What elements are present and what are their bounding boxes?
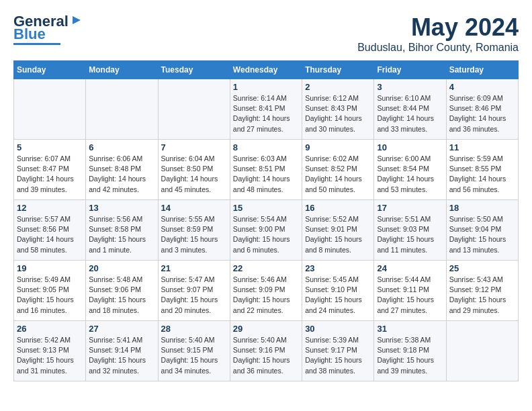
calendar-cell: 8Sunrise: 6:03 AMSunset: 8:51 PMDaylight… [230, 140, 302, 200]
calendar-week-row: 1Sunrise: 6:14 AMSunset: 8:41 PMDaylight… [14, 79, 519, 140]
day-info: Sunrise: 5:45 AMSunset: 9:10 PMDaylight:… [305, 275, 371, 316]
day-info: Sunrise: 6:07 AMSunset: 8:47 PMDaylight:… [17, 154, 83, 195]
day-info: Sunrise: 5:59 AMSunset: 8:55 PMDaylight:… [449, 154, 515, 195]
day-info: Sunrise: 6:03 AMSunset: 8:51 PMDaylight:… [233, 154, 299, 195]
day-info: Sunrise: 5:48 AMSunset: 9:06 PMDaylight:… [89, 275, 154, 316]
day-info: Sunrise: 6:00 AMSunset: 8:54 PMDaylight:… [377, 154, 443, 195]
day-number: 7 [161, 142, 227, 152]
weekday-header-wednesday: Wednesday [230, 61, 302, 79]
day-number: 22 [233, 263, 299, 273]
day-info: Sunrise: 5:57 AMSunset: 8:56 PMDaylight:… [17, 214, 83, 255]
day-number: 17 [377, 203, 443, 213]
calendar-cell: 17Sunrise: 5:51 AMSunset: 9:03 PMDayligh… [374, 200, 446, 261]
calendar-cell: 9Sunrise: 6:02 AMSunset: 8:52 PMDaylight… [302, 140, 374, 200]
calendar-cell: 16Sunrise: 5:52 AMSunset: 9:01 PMDayligh… [302, 200, 374, 261]
calendar-cell: 28Sunrise: 5:40 AMSunset: 9:15 PMDayligh… [158, 321, 230, 381]
day-info: Sunrise: 5:38 AMSunset: 9:18 PMDaylight:… [377, 335, 443, 376]
day-number: 15 [233, 203, 299, 213]
calendar-cell: 6Sunrise: 6:06 AMSunset: 8:48 PMDaylight… [86, 140, 158, 200]
day-info: Sunrise: 5:52 AMSunset: 9:01 PMDaylight:… [305, 214, 371, 255]
calendar-cell: 3Sunrise: 6:10 AMSunset: 8:44 PMDaylight… [374, 79, 446, 140]
day-number: 1 [233, 82, 299, 92]
calendar-week-row: 26Sunrise: 5:42 AMSunset: 9:13 PMDayligh… [14, 321, 519, 381]
day-info: Sunrise: 5:40 AMSunset: 9:16 PMDaylight:… [233, 335, 299, 376]
calendar-cell: 7Sunrise: 6:04 AMSunset: 8:50 PMDaylight… [158, 140, 230, 200]
day-info: Sunrise: 5:55 AMSunset: 8:59 PMDaylight:… [161, 214, 227, 255]
day-info: Sunrise: 5:50 AMSunset: 9:04 PMDaylight:… [449, 214, 515, 255]
svg-marker-0 [73, 16, 81, 24]
calendar-cell: 10Sunrise: 6:00 AMSunset: 8:54 PMDayligh… [374, 140, 446, 200]
calendar-cell: 15Sunrise: 5:54 AMSunset: 9:00 PMDayligh… [230, 200, 302, 261]
day-info: Sunrise: 6:06 AMSunset: 8:48 PMDaylight:… [89, 154, 154, 195]
day-number: 5 [17, 142, 83, 152]
calendar-cell: 30Sunrise: 5:39 AMSunset: 9:17 PMDayligh… [302, 321, 374, 381]
calendar-cell: 5Sunrise: 6:07 AMSunset: 8:47 PMDaylight… [14, 140, 86, 200]
weekday-header-saturday: Saturday [446, 61, 518, 79]
calendar-cell: 12Sunrise: 5:57 AMSunset: 8:56 PMDayligh… [14, 200, 86, 261]
day-info: Sunrise: 5:54 AMSunset: 9:00 PMDaylight:… [233, 214, 299, 255]
location-subtitle: Buduslau, Bihor County, Romania [357, 42, 519, 54]
calendar-header: SundayMondayTuesdayWednesdayThursdayFrid… [14, 61, 519, 79]
day-info: Sunrise: 6:02 AMSunset: 8:52 PMDaylight:… [305, 154, 371, 195]
calendar-cell: 4Sunrise: 6:09 AMSunset: 8:46 PMDaylight… [446, 79, 518, 140]
calendar-cell: 23Sunrise: 5:45 AMSunset: 9:10 PMDayligh… [302, 261, 374, 321]
day-info: Sunrise: 5:44 AMSunset: 9:11 PMDaylight:… [377, 275, 443, 316]
day-info: Sunrise: 6:10 AMSunset: 8:44 PMDaylight:… [377, 93, 443, 134]
day-number: 24 [377, 263, 443, 273]
day-info: Sunrise: 6:12 AMSunset: 8:43 PMDaylight:… [305, 93, 371, 134]
day-info: Sunrise: 5:43 AMSunset: 9:12 PMDaylight:… [449, 275, 515, 316]
calendar-cell: 20Sunrise: 5:48 AMSunset: 9:06 PMDayligh… [86, 261, 158, 321]
day-number: 23 [305, 263, 371, 273]
day-number: 30 [305, 324, 371, 334]
day-number: 9 [305, 142, 371, 152]
day-number: 28 [161, 324, 227, 334]
calendar-table: SundayMondayTuesdayWednesdayThursdayFrid… [13, 60, 519, 381]
day-number: 11 [449, 142, 515, 152]
calendar-week-row: 19Sunrise: 5:49 AMSunset: 9:05 PMDayligh… [14, 261, 519, 321]
day-number: 8 [233, 142, 299, 152]
calendar-week-row: 5Sunrise: 6:07 AMSunset: 8:47 PMDaylight… [14, 140, 519, 200]
day-info: Sunrise: 5:39 AMSunset: 9:17 PMDaylight:… [305, 335, 371, 376]
day-info: Sunrise: 5:41 AMSunset: 9:14 PMDaylight:… [89, 335, 154, 376]
logo-underline [13, 43, 60, 45]
day-number: 20 [89, 263, 154, 273]
weekday-header-thursday: Thursday [302, 61, 374, 79]
day-info: Sunrise: 6:09 AMSunset: 8:46 PMDaylight:… [449, 93, 515, 134]
day-info: Sunrise: 5:40 AMSunset: 9:15 PMDaylight:… [161, 335, 227, 376]
calendar-cell: 31Sunrise: 5:38 AMSunset: 9:18 PMDayligh… [374, 321, 446, 381]
calendar-cell [14, 79, 86, 140]
calendar-cell: 25Sunrise: 5:43 AMSunset: 9:12 PMDayligh… [446, 261, 518, 321]
calendar-week-row: 12Sunrise: 5:57 AMSunset: 8:56 PMDayligh… [14, 200, 519, 261]
calendar-cell [86, 79, 158, 140]
day-number: 10 [377, 142, 443, 152]
calendar-cell [446, 321, 518, 381]
calendar-cell [158, 79, 230, 140]
weekday-header-row: SundayMondayTuesdayWednesdayThursdayFrid… [14, 61, 519, 79]
day-info: Sunrise: 5:51 AMSunset: 9:03 PMDaylight:… [377, 214, 443, 255]
title-block: May 2024 Buduslau, Bihor County, Romania [357, 13, 519, 54]
calendar-cell: 18Sunrise: 5:50 AMSunset: 9:04 PMDayligh… [446, 200, 518, 261]
day-number: 29 [233, 324, 299, 334]
day-info: Sunrise: 5:56 AMSunset: 8:58 PMDaylight:… [89, 214, 154, 255]
day-number: 16 [305, 203, 371, 213]
day-number: 27 [89, 324, 154, 334]
day-number: 3 [377, 82, 443, 92]
day-info: Sunrise: 5:49 AMSunset: 9:05 PMDaylight:… [17, 275, 83, 316]
day-info: Sunrise: 5:46 AMSunset: 9:09 PMDaylight:… [233, 275, 299, 316]
calendar-cell: 19Sunrise: 5:49 AMSunset: 9:05 PMDayligh… [14, 261, 86, 321]
logo-blue-text: Blue [13, 27, 46, 42]
weekday-header-friday: Friday [374, 61, 446, 79]
calendar-cell: 13Sunrise: 5:56 AMSunset: 8:58 PMDayligh… [86, 200, 158, 261]
day-info: Sunrise: 5:47 AMSunset: 9:07 PMDaylight:… [161, 275, 227, 316]
day-number: 21 [161, 263, 227, 273]
day-number: 25 [449, 263, 515, 273]
calendar-cell: 21Sunrise: 5:47 AMSunset: 9:07 PMDayligh… [158, 261, 230, 321]
calendar-cell: 27Sunrise: 5:41 AMSunset: 9:14 PMDayligh… [86, 321, 158, 381]
day-number: 2 [305, 82, 371, 92]
page-header: General Blue May 2024 Buduslau, Bihor Co… [13, 13, 519, 54]
day-info: Sunrise: 6:14 AMSunset: 8:41 PMDaylight:… [233, 93, 299, 134]
calendar-cell: 2Sunrise: 6:12 AMSunset: 8:43 PMDaylight… [302, 79, 374, 140]
logo: General Blue [13, 13, 83, 45]
calendar-cell: 14Sunrise: 5:55 AMSunset: 8:59 PMDayligh… [158, 200, 230, 261]
day-number: 6 [89, 142, 154, 152]
